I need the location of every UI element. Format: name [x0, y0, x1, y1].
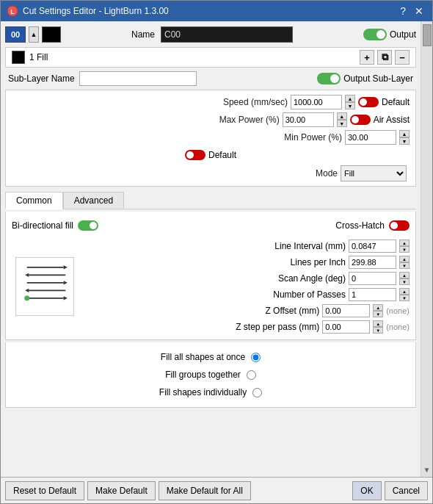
num-passes-down[interactable]: ▼ [399, 295, 410, 301]
z-step-row: Z step per pass (mm) ▲ ▼ (none) [84, 319, 410, 335]
min-power-row: Min Power (%) ▲ ▼ [12, 129, 410, 146]
max-power-spinners: ▲ ▼ [337, 112, 347, 127]
num-passes-row: Number of Passes ▲ ▼ [84, 287, 410, 303]
speed-default-toggle[interactable] [358, 97, 379, 107]
speed-up[interactable]: ▲ [345, 95, 355, 102]
speed-input[interactable] [291, 95, 342, 109]
title-bar-left: L Cut Settings Editor - LightBurn 1.3.00 [7, 5, 169, 17]
z-offset-input[interactable] [322, 304, 370, 317]
bottom-bar: Reset to Default Make Default Make Defau… [1, 477, 432, 503]
title-controls: ? ✕ [397, 6, 426, 16]
lines-per-inch-down[interactable]: ▼ [399, 262, 410, 269]
fill-section: Bi-directional fill Cross-Hatch [5, 212, 416, 340]
z-step-up[interactable]: ▲ [373, 320, 383, 327]
z-offset-up[interactable]: ▲ [373, 304, 383, 311]
lines-per-inch-input[interactable] [349, 256, 396, 269]
arrows-box [15, 257, 74, 316]
cross-hatch-label: Cross-Hatch [335, 220, 385, 231]
sublayer-toggle-row: Output Sub-Layer [317, 73, 413, 84]
layer-bar-label: 1 Fill [29, 52, 48, 62]
app-icon: L [7, 5, 18, 17]
remove-layer-button[interactable]: − [395, 50, 410, 65]
layer-bar-color [12, 51, 25, 64]
max-power-row: Max Power (%) ▲ ▼ Air Assist [12, 111, 410, 129]
help-button[interactable]: ? [397, 6, 409, 16]
line-interval-input[interactable] [349, 240, 396, 253]
fill-top-row: Bi-directional fill Cross-Hatch [12, 216, 410, 235]
scroll-thumb[interactable] [423, 24, 432, 46]
cancel-button[interactable]: Cancel [385, 481, 428, 500]
z-step-label: Z step per pass (mm) [236, 322, 319, 332]
line-interval-row: Line Interval (mm) ▲ ▼ [84, 238, 410, 254]
min-power-down[interactable]: ▼ [399, 137, 410, 145]
min-power-spinners: ▲ ▼ [399, 130, 410, 145]
output-label: Output [390, 29, 416, 40]
max-power-input[interactable] [283, 112, 334, 127]
default-toggle[interactable] [185, 150, 205, 160]
line-interval-up[interactable]: ▲ [399, 240, 410, 246]
layer-bar-icons: + ⧉ − [360, 50, 410, 65]
lines-per-inch-up[interactable]: ▲ [399, 256, 410, 262]
layer-color-swatch[interactable] [42, 26, 61, 43]
line-interval-down[interactable]: ▼ [399, 246, 410, 253]
sublayer-output-label: Output Sub-Layer [343, 73, 413, 84]
close-button[interactable]: ✕ [412, 6, 426, 16]
fill-groups-radio[interactable] [247, 370, 256, 380]
output-toggle[interactable] [363, 29, 387, 40]
top-row: 00 ▲ Name Output [5, 24, 416, 45]
scan-angle-spinners: ▲ ▼ [399, 272, 410, 285]
speed-spinners: ▲ ▼ [345, 95, 355, 109]
min-power-input[interactable] [345, 130, 396, 145]
max-power-up[interactable]: ▲ [337, 112, 347, 120]
scan-angle-up[interactable]: ▲ [399, 272, 410, 278]
speed-label: Speed (mm/sec) [223, 97, 288, 107]
cross-hatch-toggle[interactable] [389, 220, 410, 231]
min-power-up[interactable]: ▲ [399, 130, 410, 137]
scroll-down-arrow[interactable]: ▼ [423, 466, 431, 474]
num-passes-label: Number of Passes [273, 289, 346, 300]
z-step-down[interactable]: ▼ [373, 327, 383, 334]
sublayer-name-input[interactable] [79, 71, 197, 86]
mode-select[interactable]: Fill Line Offset Fill [341, 165, 407, 181]
scan-angle-row: Scan Angle (deg) ▲ ▼ [84, 270, 410, 287]
max-power-toggle[interactable] [350, 115, 371, 125]
num-passes-spinners: ▲ ▼ [399, 288, 410, 301]
sublayer-output-toggle[interactable] [317, 73, 341, 84]
make-default-all-button[interactable]: Make Default for All [159, 481, 251, 500]
scan-angle-input[interactable] [349, 272, 396, 285]
min-power-label: Min Power (%) [284, 132, 342, 143]
name-input[interactable] [161, 26, 293, 43]
fill-all-row: Fill all shapes at once [12, 348, 410, 366]
tab-common[interactable]: Common [5, 192, 63, 209]
z-offset-down[interactable]: ▼ [373, 311, 383, 317]
svg-marker-7 [64, 281, 68, 284]
speed-down[interactable]: ▼ [345, 102, 355, 109]
copy-layer-button[interactable]: ⧉ [377, 50, 392, 65]
main-body: 00 ▲ Name Output 1 Fill + ⧉ − [1, 21, 432, 477]
add-layer-button[interactable]: + [360, 50, 374, 65]
mode-row: Mode Fill Line Offset Fill [12, 164, 410, 183]
main-content: 00 ▲ Name Output 1 Fill + ⧉ − [1, 21, 421, 477]
make-default-button[interactable]: Make Default [87, 481, 156, 500]
fill-individual-radio[interactable] [252, 388, 262, 397]
reset-default-button[interactable]: Reset to Default [5, 481, 84, 500]
num-passes-input[interactable] [349, 288, 396, 301]
default-label: Default [208, 150, 236, 160]
bidirectional-toggle[interactable] [78, 220, 98, 231]
max-power-down[interactable]: ▼ [337, 120, 347, 127]
ok-button[interactable]: OK [352, 481, 381, 500]
num-passes-up[interactable]: ▲ [399, 288, 410, 295]
z-step-none: (none) [386, 323, 410, 331]
z-step-spinners: ▲ ▼ [373, 320, 383, 334]
scroll-area[interactable]: ▼ [421, 21, 432, 477]
layer-arrow-up[interactable]: ▲ [29, 26, 39, 43]
radio-section: Fill all shapes at once Fill groups toge… [5, 342, 416, 408]
fill-all-radio[interactable] [251, 353, 261, 362]
line-interval-label: Line Interval (mm) [274, 241, 346, 251]
svg-marker-3 [64, 265, 68, 269]
params-section: Speed (mm/sec) ▲ ▼ Default Max Power (%)… [5, 90, 416, 187]
tab-advanced[interactable]: Advanced [63, 192, 124, 209]
scan-angle-down[interactable]: ▼ [399, 278, 410, 285]
layer-number[interactable]: 00 [5, 26, 26, 43]
z-step-input[interactable] [322, 320, 370, 334]
